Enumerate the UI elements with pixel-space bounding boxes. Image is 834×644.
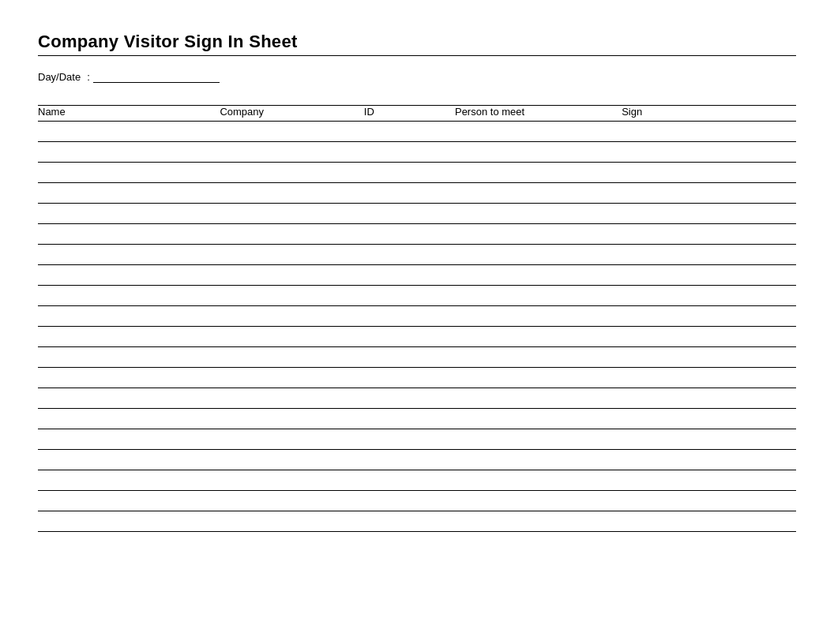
page-title: Company Visitor Sign In Sheet	[38, 32, 796, 52]
table-cell	[622, 265, 796, 286]
table-cell	[364, 122, 455, 142]
table-row	[38, 245, 796, 265]
table-row	[38, 511, 796, 532]
table-row	[38, 450, 796, 470]
col-header-id: ID	[364, 106, 455, 122]
table-cell	[455, 388, 622, 409]
table-cell	[220, 511, 363, 532]
table-cell	[38, 265, 220, 286]
table-cell	[622, 245, 796, 265]
table-row	[38, 409, 796, 429]
table-cell	[220, 470, 363, 491]
title-divider	[38, 55, 796, 56]
table-cell	[220, 142, 363, 163]
table-cell	[364, 429, 455, 450]
table-cell	[455, 327, 622, 347]
table-cell	[38, 245, 220, 265]
table-cell	[622, 163, 796, 183]
table-row	[38, 327, 796, 347]
table-cell	[364, 224, 455, 245]
table-cell	[622, 327, 796, 347]
table-body	[38, 122, 796, 532]
table-cell	[455, 511, 622, 532]
table-cell	[38, 327, 220, 347]
table-cell	[455, 245, 622, 265]
table-cell	[220, 368, 363, 388]
table-cell	[455, 204, 622, 224]
header-row: Name Company ID Person to meet Sign	[38, 106, 796, 122]
table-cell	[220, 429, 363, 450]
table-row	[38, 224, 796, 245]
table-cell	[455, 286, 622, 306]
table-cell	[220, 204, 363, 224]
table-row	[38, 163, 796, 183]
table-cell	[455, 347, 622, 368]
table-cell	[455, 163, 622, 183]
table-cell	[622, 491, 796, 511]
table-cell	[622, 470, 796, 491]
table-cell	[38, 306, 220, 327]
table-cell	[622, 511, 796, 532]
table-cell	[622, 224, 796, 245]
table-cell	[220, 122, 363, 142]
table-header: Name Company ID Person to meet Sign	[38, 106, 796, 122]
table-row	[38, 470, 796, 491]
table-cell	[622, 122, 796, 142]
table-cell	[622, 142, 796, 163]
table-cell	[38, 450, 220, 470]
table-cell	[622, 347, 796, 368]
table-cell	[455, 122, 622, 142]
table-cell	[220, 327, 363, 347]
table-cell	[364, 286, 455, 306]
table-row	[38, 286, 796, 306]
table-cell	[38, 204, 220, 224]
table-row	[38, 429, 796, 450]
table-cell	[38, 491, 220, 511]
table-cell	[38, 142, 220, 163]
table-cell	[220, 306, 363, 327]
table-cell	[38, 347, 220, 368]
table-cell	[220, 224, 363, 245]
table-cell	[220, 347, 363, 368]
table-cell	[455, 491, 622, 511]
table-cell	[364, 450, 455, 470]
table-cell	[38, 470, 220, 491]
table-cell	[455, 224, 622, 245]
date-value	[93, 70, 220, 83]
table-cell	[220, 245, 363, 265]
table-cell	[455, 183, 622, 204]
table-cell	[364, 491, 455, 511]
table-cell	[38, 163, 220, 183]
col-header-company: Company	[220, 106, 363, 122]
table-row	[38, 491, 796, 511]
table-cell	[622, 286, 796, 306]
table-cell	[364, 163, 455, 183]
table-row	[38, 122, 796, 142]
table-cell	[364, 409, 455, 429]
table-cell	[622, 409, 796, 429]
table-cell	[364, 347, 455, 368]
table-cell	[455, 429, 622, 450]
table-cell	[364, 306, 455, 327]
col-header-person-to-meet: Person to meet	[455, 106, 622, 122]
table-cell	[455, 265, 622, 286]
table-cell	[220, 409, 363, 429]
table-row	[38, 142, 796, 163]
table-row	[38, 265, 796, 286]
date-colon: :	[87, 71, 90, 83]
table-cell	[455, 470, 622, 491]
table-cell	[364, 245, 455, 265]
table-row	[38, 306, 796, 327]
table-row	[38, 204, 796, 224]
table-cell	[364, 511, 455, 532]
col-header-sign: Sign	[622, 106, 796, 122]
table-cell	[220, 286, 363, 306]
table-row	[38, 388, 796, 409]
table-cell	[455, 142, 622, 163]
table-cell	[622, 204, 796, 224]
date-label: Day/Date	[38, 71, 81, 83]
table-cell	[38, 368, 220, 388]
date-row: Day/Date :	[38, 70, 796, 83]
table-cell	[38, 122, 220, 142]
table-cell	[38, 429, 220, 450]
